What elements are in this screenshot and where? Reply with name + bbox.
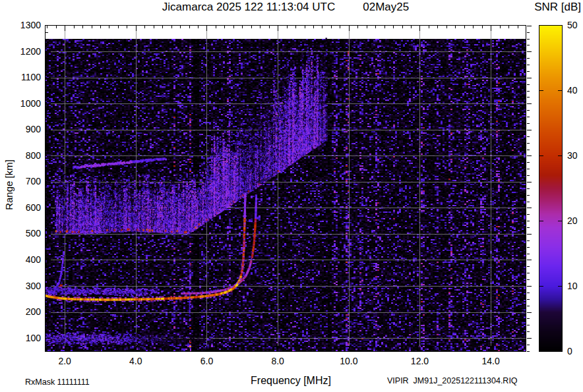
title-date: 02May25 xyxy=(363,1,409,14)
y-tick-label: 1200 xyxy=(0,47,41,57)
colorbar-tick-label: 50 xyxy=(567,20,578,30)
y-tick-label: 400 xyxy=(0,255,41,265)
y-tick-label: 600 xyxy=(0,203,41,213)
title-station-time: Jicamarca 2025 122 11:13:04 UTC xyxy=(162,1,335,14)
y-tick-label: 300 xyxy=(0,281,41,291)
data-file-text: VIPIR JM91J_2025122111304.RIQ xyxy=(387,376,518,385)
snr-colorbar xyxy=(539,25,563,352)
y-tick-label: 1300 xyxy=(0,20,41,30)
colorbar-tick-label: 10 xyxy=(567,281,578,291)
colorbar-title: SNR [dB] xyxy=(534,1,581,14)
x-tick-label: 14.0 xyxy=(471,356,510,366)
x-tick-label: 2.0 xyxy=(45,356,84,366)
y-tick-label: 500 xyxy=(0,229,41,238)
y-tick-label: 700 xyxy=(0,177,41,186)
colorbar-tick-label: 30 xyxy=(567,151,578,161)
colorbar-tick-label: 0 xyxy=(567,347,572,356)
x-tick-label: 6.0 xyxy=(187,356,226,366)
y-tick-label: 800 xyxy=(0,151,41,161)
y-tick-label: 100 xyxy=(0,333,41,343)
ionogram-screenshot: Jicamarca 2025 122 11:13:04 UTC 02May25 … xyxy=(0,0,583,392)
right-axis-ticks xyxy=(527,25,534,352)
x-tick-label: 8.0 xyxy=(258,356,297,366)
rx-mask-text: RxMask 11111111 xyxy=(25,378,90,387)
y-tick-label: 1000 xyxy=(0,99,41,109)
y-tick-label: 900 xyxy=(0,125,41,134)
y-tick-label: 1100 xyxy=(0,72,41,82)
colorbar-tick-label: 20 xyxy=(567,216,578,226)
x-tick-label: 10.0 xyxy=(329,356,369,366)
plot-title: Jicamarca 2025 122 11:13:04 UTC 02May25 xyxy=(45,1,526,14)
x-tick-label: 12.0 xyxy=(400,356,439,366)
x-tick-label: 4.0 xyxy=(116,356,156,366)
ionogram-heatmap xyxy=(45,25,526,352)
y-tick-label: 200 xyxy=(0,307,41,317)
colorbar-tick-label: 40 xyxy=(567,86,578,96)
